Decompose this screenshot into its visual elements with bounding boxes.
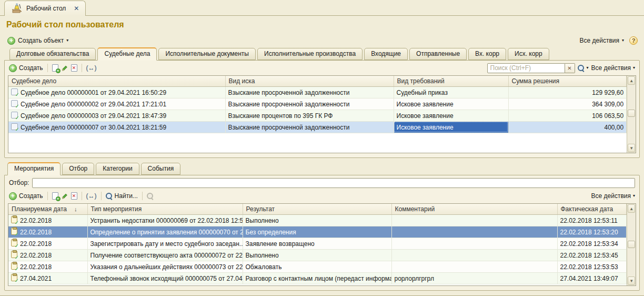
scrollbar-thumb[interactable] [628, 110, 635, 117]
tab-ispolnitelnye-proizvodstva[interactable]: Исполнительные производства [257, 48, 363, 60]
tab-vkhodyashchie[interactable]: Входящие [364, 48, 408, 60]
create-object-button[interactable]: + Создать объект ▾ [7, 37, 68, 45]
table-row[interactable]: ✓Судебное дело 000000001 от 29.04.2021 1… [8, 86, 627, 98]
search-input[interactable] [487, 63, 565, 73]
vertical-scrollbar[interactable]: ▲ ▼ [627, 76, 636, 153]
close-icon[interactable]: ✕ [74, 5, 79, 12]
toolbar-separator [47, 64, 48, 72]
toolbar-separator [82, 64, 82, 72]
table-row[interactable]: ✓27.04.2021 Телефонный звонок исходящий … [8, 272, 627, 284]
cancel-search-button [147, 193, 154, 200]
scroll-up-icon[interactable]: ▲ [628, 76, 635, 85]
pencil-icon [61, 64, 68, 72]
column-header-result[interactable]: Результат [243, 204, 391, 214]
court-cases-table: Судебное дело Вид иска Вид требований Су… [8, 75, 636, 153]
tab-iskh-korr[interactable]: Исх. корр [508, 48, 549, 60]
all-actions-upper-button[interactable]: Все действия ▾ [591, 64, 635, 72]
scroll-down-icon[interactable]: ▼ [628, 144, 635, 152]
tab-otbor[interactable]: Отбор [62, 163, 94, 175]
search-box: ✕ [487, 63, 575, 73]
activities-table: Планируемая дата↓ Тип мероприятия Резуль… [8, 203, 636, 286]
search-menu-button[interactable]: ▾ [578, 65, 589, 72]
table-row[interactable]: ✓22.02.2018 Устранить недостатки 0000000… [8, 214, 627, 226]
all-actions-top-button[interactable]: Все действия ▾ [580, 37, 624, 44]
header-actions-row: + Создать объект ▾ Все действия ▾ ? [0, 34, 644, 47]
column-header-case[interactable]: Судебное дело [8, 76, 225, 86]
pencil-icon [61, 192, 68, 200]
tab-sudebnye-dela[interactable]: Судебные дела [97, 47, 157, 61]
find-label: Найти... [115, 192, 138, 200]
table-row[interactable]: ✓Судебное дело 000000002 от 29.04.2021 1… [8, 98, 627, 110]
scrollbar-thumb[interactable] [628, 241, 635, 248]
column-header-comment[interactable]: Комментарий [391, 204, 557, 214]
all-actions-upper-label: Все действия [591, 64, 631, 72]
filter-label: Отбор: [9, 179, 29, 186]
filter-row: Отбор: [5, 175, 639, 189]
toolbar-separator [47, 192, 48, 200]
table-row[interactable]: ✓22.02.2018 Зарегистрировать дату и мест… [8, 238, 627, 249]
all-actions-top-label: Все действия [580, 37, 619, 44]
toolbar-separator [82, 192, 82, 200]
column-header-claim-type[interactable]: Вид иска [225, 76, 394, 86]
tab-kategorii[interactable]: Категории [96, 163, 139, 175]
table-row[interactable]: ✓Судебное дело 000000003 от 29.04.2021 1… [8, 110, 627, 121]
search-icon [106, 193, 113, 200]
document-check-icon: ✓ [11, 123, 18, 130]
column-header-planned-date[interactable]: Планируемая дата↓ [8, 204, 87, 214]
chevron-down-icon: ▾ [587, 66, 589, 70]
create-button[interactable]: + Создать [9, 64, 43, 72]
tab-dolgovye-obyazatelstva[interactable]: Долговые обязательства [9, 48, 96, 60]
column-header-actual-date[interactable]: Фактическая дата [557, 204, 627, 214]
activities-toolbar: + Создать + ✕ (↔) [5, 189, 639, 203]
all-actions-lower-button[interactable]: Все действия ▾ [591, 192, 635, 200]
chevron-down-icon: ▾ [633, 66, 635, 70]
search-clear-icon[interactable]: ✕ [565, 63, 575, 73]
table-row[interactable]: ✓22.02.2018 Получение соответствующего а… [8, 249, 627, 261]
edit-button[interactable] [61, 192, 68, 200]
scroll-down-icon[interactable]: ▼ [628, 277, 635, 285]
delete-button[interactable]: ✕ [71, 64, 77, 72]
clipboard-check-icon: ✓ [11, 251, 17, 258]
table-row-selected[interactable]: ✓Судебное дело 000000007 от 30.04.2021 1… [8, 121, 627, 133]
clipboard-check-icon: ✓ [11, 228, 17, 235]
chevron-down-icon: ▾ [622, 38, 624, 43]
copy-icon: + [52, 192, 58, 200]
vertical-scrollbar[interactable]: ▲ ▼ [627, 204, 636, 285]
copy-button[interactable]: + [52, 64, 58, 72]
tab-vkh-korr[interactable]: Вх. корр [468, 48, 506, 60]
tab-sobytiya[interactable]: События [141, 163, 181, 175]
filter-input[interactable] [32, 178, 635, 188]
court-cases-toolbar: + Создать + ✕ (↔) [5, 61, 639, 75]
create-label: Создать [19, 192, 43, 200]
plus-icon: + [9, 192, 17, 200]
delete-icon: ✕ [71, 192, 77, 200]
document-check-icon: ✓ [11, 100, 18, 107]
column-header-amount[interactable]: Сумма решения [508, 76, 627, 86]
tab-ispolnitelnye-dokumenty[interactable]: Исполнительные документы [158, 48, 256, 60]
desktop-icon [11, 3, 23, 14]
focused-cell[interactable]: Исковое заявление [394, 121, 508, 133]
delete-button[interactable]: ✕ [71, 192, 77, 200]
create-button[interactable]: + Создать [9, 192, 43, 200]
window-tab-label: Рабочий стол [26, 5, 66, 12]
copy-button[interactable]: + [52, 192, 58, 200]
scroll-up-icon[interactable]: ▲ [628, 204, 635, 213]
table-header-row: Судебное дело Вид иска Вид требований Су… [8, 76, 627, 86]
clipboard-check-icon: ✓ [11, 216, 17, 223]
chevron-down-icon: ▾ [633, 194, 635, 198]
delete-icon: ✕ [71, 64, 77, 72]
window-tab-desktop[interactable]: Рабочий стол ✕ [4, 1, 86, 16]
find-button[interactable]: Найти... [106, 192, 138, 200]
table-row[interactable]: ✓22.02.2018 Указания о дальнейших действ… [8, 261, 627, 272]
clipboard-check-icon: ✓ [11, 262, 17, 270]
set-interval-button[interactable]: (↔) [86, 192, 97, 200]
set-interval-button[interactable]: (↔) [86, 64, 97, 72]
sort-descending-icon: ↓ [74, 206, 77, 212]
tab-otpravlennye[interactable]: Отправленные [409, 48, 467, 60]
help-button[interactable]: ? [629, 36, 638, 45]
edit-button[interactable] [61, 64, 68, 72]
column-header-activity-type[interactable]: Тип мероприятия [87, 204, 243, 214]
tab-meropriyatiya[interactable]: Мероприятия [7, 162, 61, 175]
table-row-selected[interactable]: ✓22.02.2018 Определение о принятии заявл… [8, 226, 627, 238]
column-header-requirement-type[interactable]: Вид требований [394, 76, 508, 86]
